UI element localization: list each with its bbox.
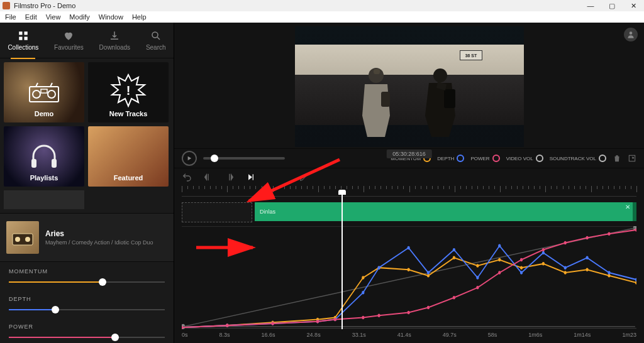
audio-clip[interactable]: Dinlas ✕ <box>255 202 634 221</box>
video-preview: 36 ST 05:30:28:616 <box>174 23 644 148</box>
slider-label: MOMENTUM <box>9 268 165 275</box>
video-frame[interactable]: 36 ST <box>295 26 524 147</box>
svg-point-80 <box>520 258 523 261</box>
undo-button[interactable] <box>182 172 192 182</box>
split-left-button[interactable] <box>203 172 213 182</box>
svg-point-75 <box>408 311 410 314</box>
svg-point-16 <box>630 31 633 35</box>
collection-card-featured[interactable]: Featured <box>88 126 169 187</box>
tab-favourites[interactable]: Favourites <box>54 30 84 51</box>
svg-point-48 <box>608 274 610 277</box>
svg-point-72 <box>334 318 336 321</box>
timeline-toolbar <box>174 168 644 186</box>
svg-point-40 <box>427 274 430 277</box>
svg-point-64 <box>564 266 567 269</box>
card-label: Demo <box>4 110 84 117</box>
slider-momentum[interactable]: MOMENTUM <box>9 268 165 286</box>
menu-modify[interactable]: Modify <box>69 13 89 21</box>
svg-point-84 <box>608 232 610 236</box>
svg-point-7 <box>48 90 55 98</box>
svg-point-44 <box>520 266 523 269</box>
svg-point-14 <box>15 237 20 242</box>
playhead[interactable] <box>341 195 343 329</box>
svg-point-43 <box>498 258 501 261</box>
svg-point-67 <box>635 278 636 281</box>
export-icon[interactable] <box>628 154 636 163</box>
svg-point-57 <box>408 246 410 249</box>
svg-rect-11 <box>31 159 36 168</box>
video-content: 36 ST <box>295 26 524 147</box>
volume-slider[interactable] <box>203 157 285 160</box>
svg-point-73 <box>362 316 364 319</box>
svg-point-6 <box>33 90 40 98</box>
collections-grid: Demo ! New Tracks Playlists Featured <box>0 58 174 213</box>
svg-rect-12 <box>52 159 57 168</box>
svg-rect-8 <box>41 89 47 93</box>
user-icon <box>626 30 635 39</box>
window-close-button[interactable]: ✕ <box>623 0 644 11</box>
sidebar: Collections Favourites Downloads Search <box>0 23 174 343</box>
menubar: File Edit View Modify Window Help <box>0 11 644 23</box>
legend-videovol: VIDEO VOL <box>506 155 543 162</box>
user-avatar-button[interactable] <box>624 28 638 41</box>
parameter-sliders: MOMENTUM DEPTH POWER <box>0 262 174 341</box>
slider-depth[interactable]: DEPTH <box>9 296 165 313</box>
svg-point-41 <box>453 256 455 259</box>
tab-collections[interactable]: Collections <box>8 30 38 51</box>
svg-point-62 <box>520 271 523 274</box>
clip-trim-handle[interactable] <box>633 202 636 221</box>
window-titlebar: Filmstro Pro - Demo — ▢ ✕ <box>0 0 644 11</box>
card-label: Featured <box>88 174 169 182</box>
collection-card-demo[interactable]: Demo <box>4 62 84 122</box>
svg-point-71 <box>316 320 319 323</box>
current-track-row[interactable]: Aries Mayhem / Comedy Action / Idiotic C… <box>0 213 174 262</box>
timeline[interactable]: /* ticks drawn below via JS would go her… <box>174 186 644 343</box>
svg-point-76 <box>427 306 430 309</box>
card-label: Playlists <box>4 174 84 182</box>
timeline-ruler[interactable]: /* ticks drawn below via JS would go her… <box>182 186 636 197</box>
clip-close-button[interactable]: ✕ <box>625 204 630 210</box>
tab-label: Favourites <box>54 44 84 51</box>
svg-point-49 <box>635 281 636 284</box>
slider-power[interactable]: POWER <box>9 324 165 341</box>
timecode-display: 05:30:28:616 <box>386 150 432 158</box>
menu-view[interactable]: View <box>46 13 61 21</box>
boombox-icon <box>28 82 60 103</box>
menu-file[interactable]: File <box>5 13 16 21</box>
edit-button[interactable] <box>299 172 309 182</box>
svg-point-42 <box>476 264 479 267</box>
collection-card-newtracks[interactable]: ! New Tracks <box>88 62 169 122</box>
svg-marker-24 <box>248 174 252 180</box>
slider-label: DEPTH <box>9 296 165 302</box>
svg-rect-21 <box>444 89 455 108</box>
svg-point-45 <box>542 262 545 265</box>
svg-rect-1 <box>24 31 27 35</box>
card-label: New Tracks <box>88 110 169 117</box>
play-button[interactable] <box>182 151 197 166</box>
download-icon <box>109 30 120 41</box>
collection-card-more[interactable] <box>4 190 84 209</box>
clip-dropzone[interactable] <box>182 202 252 222</box>
svg-point-65 <box>586 256 589 259</box>
svg-point-81 <box>542 248 545 251</box>
grid-icon <box>18 30 29 41</box>
menu-edit[interactable]: Edit <box>25 13 37 21</box>
tab-label: Downloads <box>99 44 130 51</box>
svg-marker-22 <box>188 156 192 160</box>
delete-icon[interactable] <box>613 154 621 163</box>
svg-point-82 <box>564 241 567 244</box>
svg-rect-19 <box>381 92 390 107</box>
menu-window[interactable]: Window <box>99 13 123 21</box>
collection-card-playlists[interactable]: Playlists <box>4 126 84 187</box>
menu-help[interactable]: Help <box>132 13 147 21</box>
tab-downloads[interactable]: Downloads <box>99 30 130 51</box>
play-icon <box>187 156 192 161</box>
svg-point-66 <box>608 271 610 274</box>
play-from-start-button[interactable] <box>246 172 256 182</box>
tab-search[interactable]: Search <box>146 30 166 51</box>
automation-graph[interactable] <box>182 226 636 329</box>
window-maximize-button[interactable]: ▢ <box>601 0 623 11</box>
window-minimize-button[interactable]: — <box>580 0 601 11</box>
tab-label: Collections <box>8 44 38 51</box>
split-right-button[interactable] <box>225 172 235 182</box>
